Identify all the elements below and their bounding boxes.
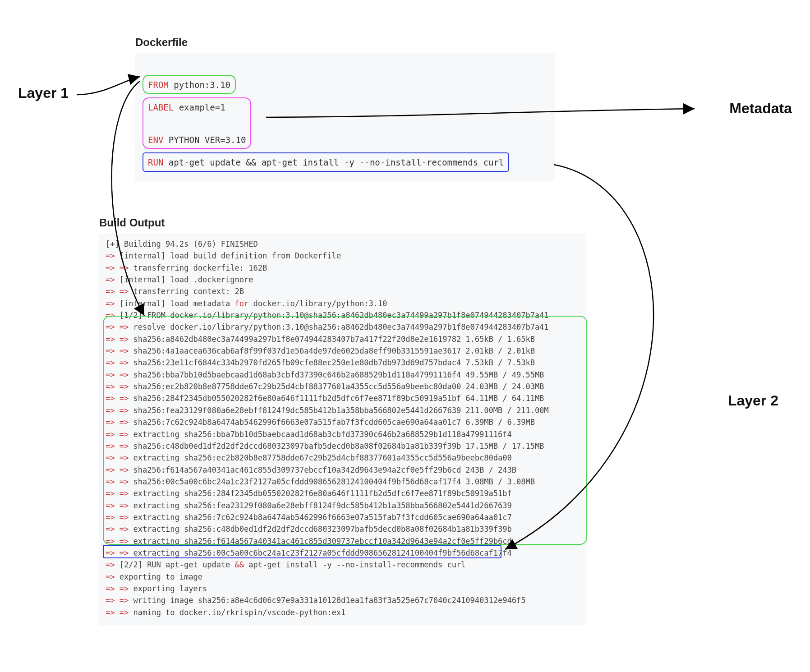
build-line: => [1/2] FROM docker.io/library/python:3… (106, 309, 580, 321)
dockerfile-title: Dockerfile (135, 36, 555, 49)
build-line: => => sha256:bba7bb10d5baebcaad1d68ab3cb… (106, 369, 580, 381)
build-line: => [internal] load .dockerignore (106, 274, 580, 285)
build-line: => => exporting layers (106, 583, 580, 594)
build-line: => => sha256:23e11cf6844c334b2970fd265fb… (106, 357, 580, 368)
label-keyword: LABEL (148, 102, 174, 112)
build-line: => => extracting sha256:00c5a00c6bc24a1c… (106, 547, 580, 559)
build-line: => => extracting sha256:ec2b820b8e87758d… (106, 452, 580, 464)
build-line: => [2/2] RUN apt-get update && apt-get i… (106, 559, 580, 571)
label-env-box: LABEL example=1 ENV PYTHON_VER=3.10 (143, 97, 251, 149)
build-line: => => extracting sha256:f614a567a40341ac… (106, 535, 580, 547)
build-line: => => sha256:c48db0ed1df2d2df2dccd680323… (106, 440, 580, 452)
build-line: => => sha256:f614a567a40341ac461c855d309… (106, 464, 580, 476)
build-line: => => extracting sha256:bba7bb10d5baebca… (106, 428, 580, 440)
from-line-box: FROM python:3.10 (143, 75, 236, 94)
layer2-label: Layer 2 (728, 392, 778, 409)
build-line: => => sha256:fea23129f080a6e28ebff8124f9… (106, 405, 580, 416)
build-line: => => sha256:00c5a00c6bc24a1c23f2127a05c… (106, 476, 580, 488)
build-line: => => transferring dockerfile: 162B (106, 262, 580, 274)
build-line: => => resolve docker.io/library/python:3… (106, 321, 580, 333)
build-line: => => sha256:ec2b820b8e87758dde67c29b25d… (106, 381, 580, 392)
build-output-title: Build Output (99, 216, 586, 229)
build-line: => => sha256:7c62c924b8a6474ab5462996f66… (106, 416, 580, 428)
env-value: PYTHON_VER=3.10 (163, 135, 246, 145)
build-line: => => writing image sha256:a8e4c6d06c97e… (106, 594, 580, 606)
run-line-box: RUN apt-get update && apt-get install -y… (143, 152, 509, 171)
layer1-label: Layer 1 (18, 85, 69, 101)
metadata-label: Metadata (729, 100, 792, 117)
build-line: => => transferring context: 2B (106, 285, 580, 297)
build-line: => => naming to docker.io/rkrispin/vscod… (106, 607, 580, 618)
dockerfile-code: FROM python:3.10 LABEL example=1 ENV PYT… (135, 53, 555, 181)
dockerfile-section: Dockerfile FROM python:3.10 LABEL exampl… (135, 36, 555, 181)
run-value: apt-get update && apt-get install -y --n… (163, 157, 504, 167)
label-value: example=1 (174, 102, 225, 112)
env-keyword: ENV (148, 135, 163, 145)
run-keyword: RUN (148, 157, 163, 167)
build-line: => exporting to image (106, 571, 580, 583)
build-line: => => sha256:a8462db480ec3a74499a297b1f8… (106, 333, 580, 345)
build-line: => => sha256:4a1aacea636cab6af8f99f037d1… (106, 345, 580, 357)
build-line: [+] Building 94.2s (6/6) FINISHED (106, 238, 580, 250)
build-line: => => extracting sha256:fea23129f080a6e2… (106, 500, 580, 511)
build-line: => [internal] load build definition from… (106, 250, 580, 262)
build-line: => [internal] load metadata for docker.i… (106, 298, 580, 309)
from-keyword: FROM (148, 80, 169, 90)
build-line: => => extracting sha256:c48db0ed1df2d2df… (106, 523, 580, 535)
build-output-code: [+] Building 94.2s (6/6) FINISHED=> [int… (99, 234, 586, 626)
build-output-section: Build Output [+] Building 94.2s (6/6) FI… (99, 216, 586, 626)
build-line: => => extracting sha256:7c62c924b8a6474a… (106, 511, 580, 523)
build-line: => => extracting sha256:284f2345db055020… (106, 488, 580, 499)
from-value: python:3.10 (169, 80, 230, 90)
build-line: => => sha256:284f2345db055020282f6e80a64… (106, 392, 580, 404)
